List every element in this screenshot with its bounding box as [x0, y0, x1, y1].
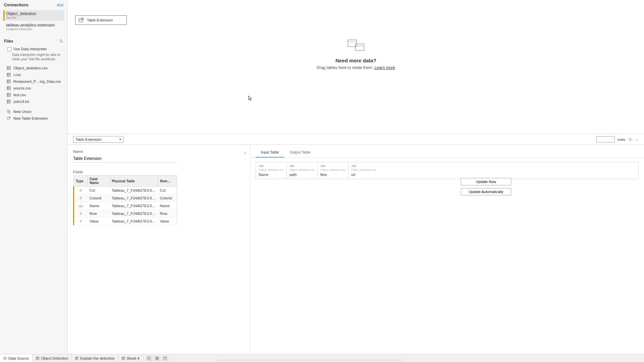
add-connection-button[interactable]: Add	[57, 3, 63, 7]
number-type-icon: #	[80, 196, 82, 200]
status-tab-datasource[interactable]: Data Source	[0, 354, 33, 362]
search-icon[interactable]	[59, 39, 63, 43]
column-source: Object_detestion.csv	[259, 168, 284, 171]
table-icon	[7, 79, 11, 83]
connection-name: tableau-analytics-extension	[6, 23, 61, 27]
svg-point-37	[630, 139, 631, 140]
worksheet-icon	[122, 357, 125, 360]
gear-icon[interactable]	[628, 137, 633, 142]
preview-panel: Input Table Output Table AbcObject_detes…	[250, 145, 644, 354]
new-worksheet-button[interactable]	[146, 356, 152, 361]
worksheet-icon	[75, 357, 78, 360]
svg-rect-53	[157, 358, 158, 360]
file-item[interactable]: Object_detestion.csv	[0, 65, 67, 71]
svg-rect-42	[75, 357, 78, 360]
status-worksheet-tab[interactable]: Explain the detection	[72, 354, 118, 362]
name-input[interactable]	[73, 155, 177, 163]
column-source: Object_detestion.csv	[351, 168, 377, 171]
column-type-icon: Abc	[320, 164, 345, 168]
file-name: Object_detestion.csv	[13, 66, 48, 70]
field-row[interactable]: #RowTableau_7_F24AD7E3-5DA8-…Row	[74, 210, 177, 218]
preview-column[interactable]: AbcObject_detestion.csvpath	[287, 162, 318, 179]
svg-rect-2	[7, 66, 10, 70]
rows-input[interactable]: →	[596, 136, 615, 142]
svg-rect-45	[122, 357, 125, 360]
name-label: Name	[73, 149, 245, 154]
connection-subtitle: Text file	[6, 16, 61, 19]
datasource-icon	[3, 357, 7, 360]
fields-header-type[interactable]: Type	[74, 176, 88, 187]
file-item[interactable]: r.csv	[0, 71, 67, 78]
connection-item[interactable]: tableau-analytics-extensionAnalytics Ext…	[3, 21, 64, 32]
status-worksheet-tab[interactable]: Sheet 4	[118, 354, 143, 362]
panel-toolbar: Table Extension ▼ → rows ⌄	[68, 134, 644, 145]
svg-rect-54	[164, 357, 166, 360]
cursor-icon	[248, 96, 252, 101]
new-table-extension-button[interactable]: New Table Extension	[0, 115, 67, 122]
svg-rect-22	[7, 100, 10, 103]
union-icon	[7, 110, 11, 114]
expand-icon[interactable]: ⌄	[635, 137, 640, 142]
properties-panel: ‹ Name Fields Type Field Name Physical T…	[68, 145, 250, 354]
connection-item[interactable]: Object_detestionText file	[3, 10, 64, 21]
file-name: test.csv	[13, 93, 26, 97]
new-union-button[interactable]: New Union	[0, 108, 67, 115]
status-worksheet-tab[interactable]: Object Detection	[33, 354, 72, 362]
field-row[interactable]: #ValueTableau_7_F24AD7E3-5DA8-…Value	[74, 218, 177, 225]
fields-header-fieldname[interactable]: Field Name	[88, 176, 110, 187]
field-row[interactable]: #ColorIdTableau_7_F24AD7E3-5DA8-…ColorId	[74, 194, 177, 202]
horizontal-scrollbar[interactable]	[218, 359, 402, 361]
file-item[interactable]: Restaurant_P…ing_Data.csv	[0, 78, 67, 85]
svg-rect-39	[36, 357, 39, 360]
number-type-icon: #	[80, 219, 82, 223]
table-icon	[7, 93, 11, 97]
update-now-button[interactable]: Update Now	[461, 178, 511, 185]
file-item[interactable]: test.csv	[0, 92, 67, 98]
logical-table-selector[interactable]: Table Extension ▼	[73, 136, 123, 143]
fields-header-physicaltable[interactable]: Physical Table	[110, 176, 158, 187]
sidebar: Connections Add Object_detestionText fil…	[0, 0, 68, 354]
file-item[interactable]: yolov3.txt	[0, 98, 67, 105]
data-interpreter-checkbox[interactable]	[7, 47, 11, 51]
string-type-icon: Abc	[78, 204, 84, 208]
fields-header-remote[interactable]: Rem…	[158, 176, 177, 187]
column-type-icon: Abc	[259, 164, 284, 168]
preview-column[interactable]: AbcObject_detestion.csvfiles	[318, 162, 348, 179]
svg-point-0	[60, 40, 62, 42]
svg-point-38	[4, 357, 6, 358]
column-name: path	[289, 173, 315, 177]
svg-rect-30	[79, 19, 83, 22]
tab-input-table[interactable]: Input Table	[256, 148, 284, 158]
extension-icon	[7, 116, 11, 120]
chevron-down-icon: ▼	[119, 138, 122, 141]
file-item[interactable]: source.csv	[0, 85, 67, 92]
learn-more-link[interactable]: Learn more	[374, 65, 395, 70]
column-name: url	[351, 173, 377, 177]
column-name: files	[320, 173, 345, 177]
field-row[interactable]: AbcNameTableau_7_F24AD7E3-5DA8-…Name	[74, 202, 177, 210]
preview-column[interactable]: AbcObject_detestion.csvurl	[348, 162, 379, 179]
new-dashboard-button[interactable]	[154, 356, 160, 361]
preview-column-headers: AbcObject_detestion.csvNameAbcObject_det…	[256, 162, 639, 179]
svg-rect-10	[7, 80, 10, 83]
column-name: Name	[259, 173, 284, 177]
svg-rect-51	[156, 357, 157, 360]
table-icon	[7, 66, 11, 70]
table-icon	[7, 86, 11, 90]
update-automatically-button[interactable]: Update Automatically	[461, 188, 511, 195]
table-extension-node[interactable]: Table Extension	[75, 15, 127, 25]
tab-output-table[interactable]: Output Table	[284, 148, 316, 158]
file-name: r.csv	[13, 73, 21, 77]
new-story-button[interactable]	[162, 356, 168, 361]
connection-name: Object_detestion	[6, 11, 61, 16]
field-row[interactable]: #ColTableau_7_F24AD7E3-5DA8-…Col	[74, 187, 177, 194]
canvas-empty-state: Need more data? Drag tables here to rela…	[317, 39, 395, 70]
collapse-panel-button[interactable]: ‹	[245, 150, 246, 155]
preview-column[interactable]: AbcObject_detestion.csvName	[256, 162, 287, 179]
data-model-canvas[interactable]: Table Extension Need more data? Drag tab…	[68, 0, 644, 134]
file-name: yolov3.txt	[13, 100, 29, 104]
table-extension-icon	[78, 17, 84, 23]
data-interpreter-help: Data Interpreter might be able to clean …	[0, 52, 67, 65]
fields-table: Type Field Name Physical Table Rem… #Col…	[73, 175, 177, 225]
file-name: Restaurant_P…ing_Data.csv	[13, 79, 61, 83]
